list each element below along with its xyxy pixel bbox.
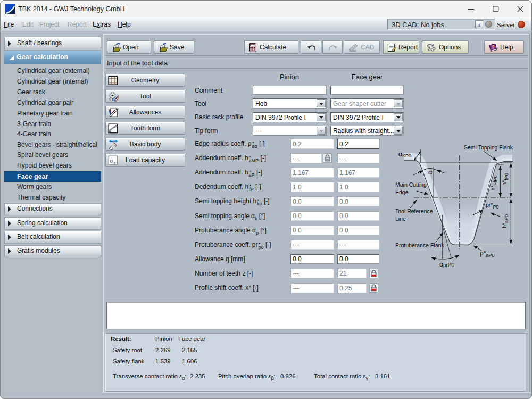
svg-text:α: α bbox=[428, 168, 433, 176]
svg-text:Line: Line bbox=[395, 215, 406, 222]
svg-text:Edge: Edge bbox=[395, 189, 409, 195]
svg-text:Protuberance Flank: Protuberance Flank bbox=[395, 242, 444, 248]
svg-text:Semi Topping Flank: Semi Topping Flank bbox=[464, 144, 513, 151]
svg-text:αprP0: αprP0 bbox=[439, 261, 454, 268]
svg-text:h*aP0: h*aP0 bbox=[501, 214, 509, 228]
svg-text:pr*P0: pr*P0 bbox=[486, 202, 498, 210]
svg-text:Main Cutting: Main Cutting bbox=[395, 181, 427, 188]
svg-text:Tool Reference: Tool Reference bbox=[395, 208, 433, 214]
svg-text:h*fP0: h*fP0 bbox=[501, 173, 509, 185]
svg-text:x: x bbox=[114, 160, 117, 165]
svg-text:σ: σ bbox=[110, 157, 113, 164]
svg-text:αKP0: αKP0 bbox=[398, 151, 411, 159]
svg-text:ρ*aP0: ρ*aP0 bbox=[480, 250, 495, 258]
